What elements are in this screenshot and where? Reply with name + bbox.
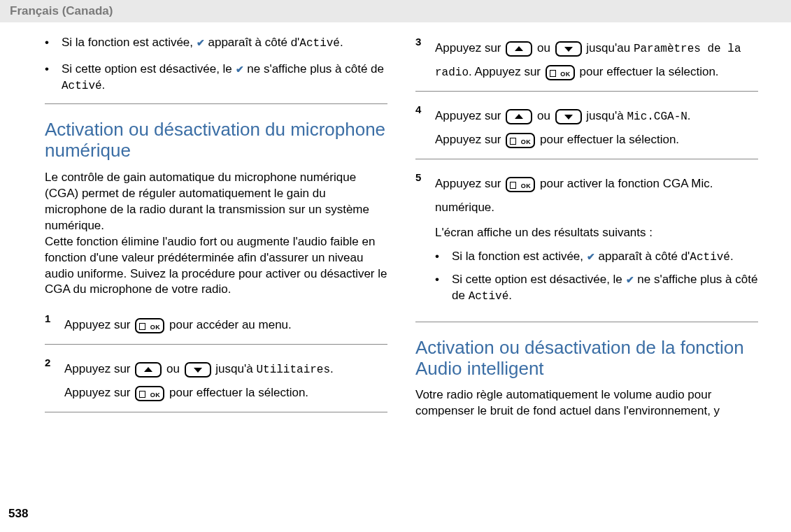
step-body: Appuyez sur pour accéder au menu. <box>64 310 387 337</box>
text: pour accéder au menu. <box>169 318 292 331</box>
step-body: Appuyez sur pour activer la fonction CGA… <box>435 169 758 312</box>
text: Si la fonction est activée, <box>62 36 197 49</box>
check-icon: ✔ <box>197 36 205 50</box>
result-bullet-list: • Si la fonction est activée, ✔ apparaît… <box>435 249 758 305</box>
text: ne s'affiche plus à côté de <box>244 62 384 76</box>
text: Appuyez sur <box>64 386 134 399</box>
text: pour effectuer la sélection. <box>579 65 718 78</box>
text: Appuyez sur <box>435 41 504 55</box>
step-body: Appuyez sur ou jusqu'à Mic.CGA-N. Appuye… <box>435 101 758 152</box>
list-item: • Si la fonction est activée, ✔ apparaît… <box>45 35 387 52</box>
mono-text: Activé <box>469 290 509 303</box>
bullet-text: Si la fonction est activée, ✔ apparaît à… <box>452 249 758 266</box>
check-icon: ✔ <box>236 63 244 76</box>
result-intro: L'écran affiche un des résultats suivant… <box>435 224 758 242</box>
step-1: 1 Appuyez sur pour accéder au menu. <box>45 310 387 337</box>
top-bullet-list: • Si la fonction est activée, ✔ apparaît… <box>45 35 387 94</box>
list-item: • Si la fonction est activée, ✔ apparaît… <box>435 249 758 266</box>
ok-button-icon <box>135 318 164 333</box>
text: Appuyez sur <box>64 362 134 375</box>
step-5: 5 Appuyez sur pour activer la fonction C… <box>415 169 758 312</box>
steps-container: 1 Appuyez sur pour accéder au menu. 2 Ap… <box>45 310 387 412</box>
bullet-text: Si la fonction est activée, ✔ apparaît à… <box>62 35 387 52</box>
up-button-icon <box>135 362 162 378</box>
step-4: 4 Appuyez sur ou jusqu'à Mic.CGA-N. Appu… <box>415 101 758 152</box>
step-3: 3 Appuyez sur ou jusqu'au Paramètres de … <box>415 34 758 84</box>
bullet-dot: • <box>45 62 62 94</box>
text: Appuyez sur <box>435 109 504 122</box>
text: jusqu'à <box>215 362 256 375</box>
mono-text: Activé <box>299 37 340 50</box>
text: . <box>687 109 691 122</box>
ok-button-icon <box>506 177 535 192</box>
left-column: • Si la fonction est activée, ✔ apparaît… <box>45 34 387 419</box>
text: . <box>340 36 343 49</box>
language-label: Français (Canada) <box>10 4 113 17</box>
mono-text: Activé <box>62 80 102 92</box>
list-item: • Si cette option est désactivée, le ✔ n… <box>435 272 758 305</box>
text: ou <box>537 41 554 55</box>
text: . <box>330 362 334 375</box>
step-body: Appuyez sur ou jusqu'au Paramètres de la… <box>435 34 758 84</box>
up-button-icon <box>506 41 532 57</box>
divider <box>45 344 387 345</box>
intro-paragraph: Le contrôle de gain automatique du micro… <box>45 170 387 299</box>
bullet-text: Si cette option est désactivée, le ✔ ne … <box>62 62 387 94</box>
text: jusqu'au <box>586 41 634 55</box>
check-icon: ✔ <box>626 273 634 287</box>
step-2: 2 Appuyez sur ou jusqu'à Utilitaires. Ap… <box>45 354 387 405</box>
mono-text: Utilitaires <box>256 364 330 376</box>
right-column: 3 Appuyez sur ou jusqu'au Paramètres de … <box>415 34 758 419</box>
divider <box>415 159 758 159</box>
text: Si cette option est désactivée, le <box>62 62 236 76</box>
step-number: 2 <box>45 354 64 370</box>
step-number: 3 <box>415 34 435 49</box>
text: Si la fonction est activée, <box>452 250 587 263</box>
text: . Appuyez sur <box>469 65 544 78</box>
header-bar: Français (Canada) <box>0 0 791 22</box>
text: apparaît à côté d' <box>595 250 690 263</box>
ok-button-icon <box>506 133 535 148</box>
step-body: Appuyez sur ou jusqu'à Utilitaires. Appu… <box>64 354 387 405</box>
bullet-dot: • <box>435 249 452 266</box>
divider <box>415 91 758 92</box>
bullet-dot: • <box>45 35 62 52</box>
text: ou <box>166 362 183 375</box>
section-title: Activation ou désactivation du microphon… <box>45 120 387 161</box>
list-item: • Si cette option est désactivée, le ✔ n… <box>45 62 387 94</box>
content-area: • Si la fonction est activée, ✔ apparaît… <box>0 22 791 419</box>
mono-text: Mic.CGA-N <box>627 110 687 123</box>
ok-button-icon <box>546 65 575 80</box>
intro-paragraph: Votre radio règle automatiquement le vol… <box>415 387 758 419</box>
section-title: Activation ou désactivation de la foncti… <box>415 338 758 380</box>
page-number: 538 <box>8 507 28 521</box>
text: Appuyez sur <box>435 133 504 146</box>
step-number: 4 <box>415 101 435 117</box>
text: . <box>508 289 512 302</box>
text: jusqu'à <box>586 109 627 122</box>
text: Appuyez sur <box>435 177 504 190</box>
text: . <box>102 78 106 92</box>
text: pour effectuer la sélection. <box>540 133 679 146</box>
down-button-icon <box>185 362 211 378</box>
text: ou <box>537 109 554 122</box>
text: apparaît à côté d' <box>205 36 300 49</box>
bullet-text: Si cette option est désactivée, le ✔ ne … <box>452 272 758 305</box>
step-number: 5 <box>415 169 435 185</box>
mono-text: Activé <box>690 251 730 264</box>
up-button-icon <box>506 109 532 124</box>
divider <box>45 103 387 104</box>
step-number: 1 <box>45 310 64 326</box>
bullet-dot: • <box>435 272 452 305</box>
text: Appuyez sur <box>64 318 134 331</box>
down-button-icon <box>555 41 582 57</box>
down-button-icon <box>555 109 582 124</box>
text: Si cette option est désactivée, le <box>452 273 626 286</box>
text: pour effectuer la sélection. <box>169 386 308 399</box>
check-icon: ✔ <box>587 250 595 264</box>
text: . <box>730 250 734 263</box>
ok-button-icon <box>135 386 164 401</box>
divider <box>415 322 758 322</box>
divider <box>45 412 387 412</box>
